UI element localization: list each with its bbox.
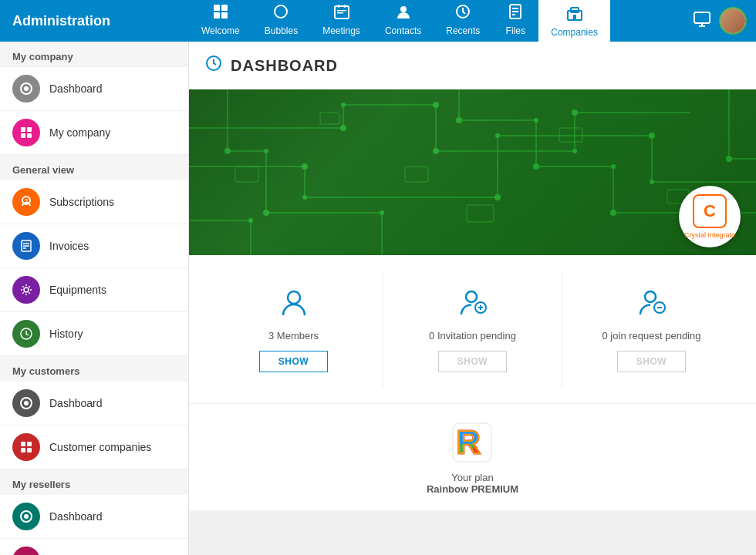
members-show-button[interactable]: SHOW [259, 351, 328, 372]
avatar[interactable] [719, 7, 747, 35]
svg-point-84 [572, 109, 578, 116]
main-layout: My company Dashboard My company General … [0, 42, 756, 555]
tab-welcome[interactable]: Welcome [189, 0, 252, 42]
svg-point-98 [611, 164, 616, 169]
tab-contacts[interactable]: Contacts [373, 0, 434, 42]
section-my-company: My company [0, 42, 188, 67]
app-title: Administration [0, 13, 189, 29]
content-area: DASHBOARD [189, 42, 756, 555]
members-label: 3 Members [268, 330, 319, 341]
reseller-companies-icon [12, 547, 40, 555]
dashboard-section: DASHBOARD [189, 42, 756, 510]
svg-point-100 [248, 218, 253, 223]
svg-text:$: $ [25, 197, 29, 204]
tab-bubbles-label: Bubbles [265, 25, 298, 36]
company-logo-letter: C [693, 194, 727, 228]
tab-files-label: Files [506, 25, 525, 36]
svg-point-85 [302, 163, 308, 170]
svg-point-113 [645, 291, 656, 302]
tab-files[interactable]: Files [492, 0, 538, 42]
sidebar-item-dashboard[interactable]: Dashboard [0, 67, 188, 111]
history-icon [12, 320, 40, 348]
sidebar-item-equipments[interactable]: Equipments [0, 268, 188, 312]
sidebar: My company Dashboard My company General … [0, 42, 189, 555]
svg-rect-6 [338, 5, 339, 8]
join-requests-show-button[interactable]: SHOW [617, 351, 686, 372]
members-icon [278, 286, 309, 324]
stat-invitations: 0 Invitation pending SHOW [383, 271, 562, 388]
resellers-dashboard-icon [12, 503, 40, 530]
svg-rect-26 [21, 133, 25, 138]
svg-point-10 [400, 6, 407, 12]
invitations-show-button[interactable]: SHOW [438, 351, 507, 372]
svg-point-34 [24, 288, 29, 292]
svg-rect-7 [344, 5, 346, 8]
sidebar-item-history[interactable]: History [0, 312, 188, 356]
sidebar-item-reseller-companies[interactable]: Reseller companies [0, 539, 188, 555]
svg-point-82 [433, 148, 439, 154]
sidebar-item-my-company[interactable]: My company [0, 111, 188, 155]
svg-rect-38 [21, 442, 25, 446]
svg-rect-27 [27, 133, 32, 138]
sidebar-my-company-label: My company [49, 126, 110, 139]
welcome-icon [212, 3, 229, 24]
stat-members: 3 Members SHOW [204, 271, 383, 388]
banner: C Crystal Integrato [189, 89, 756, 255]
svg-rect-18 [573, 15, 576, 20]
subscriptions-icon: $ [12, 188, 40, 216]
company-logo: C Crystal Integrato [679, 186, 741, 247]
sidebar-customers-dashboard-label: Dashboard [49, 397, 103, 409]
svg-rect-0 [214, 5, 220, 11]
section-my-customers: My customers [0, 356, 188, 382]
svg-point-109 [466, 291, 477, 302]
sidebar-invoices-label: Invoices [49, 240, 89, 252]
svg-point-43 [24, 514, 29, 519]
svg-point-101 [726, 156, 732, 162]
svg-point-92 [264, 149, 268, 153]
tab-companies[interactable]: Companies [538, 0, 610, 42]
tab-companies-label: Companies [551, 27, 598, 38]
plan-name: Rainbow PREMIUM [427, 483, 518, 495]
sidebar-item-invoices[interactable]: Invoices [0, 224, 188, 268]
svg-point-23 [24, 86, 29, 91]
company-logo-name: Crystal Integrato [684, 231, 735, 239]
plan-card: R R R R R Your plan Rainbow [427, 419, 518, 495]
topbar: Administration Welcome Bubbles Meetings … [0, 0, 756, 42]
svg-rect-3 [221, 12, 228, 18]
dashboard-header: DASHBOARD [189, 42, 756, 89]
svg-rect-2 [214, 12, 220, 18]
invitations-label: 0 Invitation pending [429, 330, 516, 341]
svg-point-80 [341, 103, 346, 107]
screen-icon[interactable] [693, 10, 711, 32]
svg-point-95 [456, 117, 462, 123]
sidebar-item-customers-dashboard[interactable]: Dashboard [0, 382, 188, 426]
svg-rect-40 [21, 448, 25, 452]
sidebar-item-resellers-dashboard[interactable]: Dashboard [0, 495, 188, 539]
svg-point-86 [302, 195, 307, 200]
svg-point-108 [288, 291, 300, 304]
section-general-view: General view [0, 155, 188, 180]
tab-meetings[interactable]: Meetings [310, 0, 373, 42]
tab-bubbles[interactable]: Bubbles [252, 0, 310, 42]
stats-row: 3 Members SHOW 0 Invitation p [189, 255, 756, 404]
svg-rect-19 [694, 12, 710, 23]
tab-welcome-label: Welcome [201, 25, 240, 36]
section-my-resellers: My resellers [0, 469, 188, 495]
sidebar-equipments-label: Equipments [49, 284, 106, 296]
rainbow-logo: R R R R R [449, 419, 495, 466]
sidebar-item-customer-companies[interactable]: Customer companies [0, 426, 188, 469]
svg-point-87 [494, 194, 501, 200]
svg-point-94 [380, 210, 384, 215]
stat-join-requests: 0 join request pending SHOW [562, 271, 741, 388]
svg-rect-49 [189, 89, 756, 255]
sidebar-item-subscriptions[interactable]: $ Subscriptions [0, 180, 188, 224]
invitations-icon [457, 286, 488, 324]
svg-point-90 [650, 180, 654, 184]
svg-point-83 [572, 149, 577, 153]
plan-row: R R R R R Your plan Rainbow [189, 404, 756, 510]
tab-recents[interactable]: Recents [434, 0, 492, 42]
sidebar-resellers-dashboard-label: Dashboard [49, 510, 103, 523]
svg-rect-1 [221, 5, 228, 11]
svg-text:R: R [457, 424, 480, 460]
sidebar-subscriptions-label: Subscriptions [49, 196, 114, 208]
